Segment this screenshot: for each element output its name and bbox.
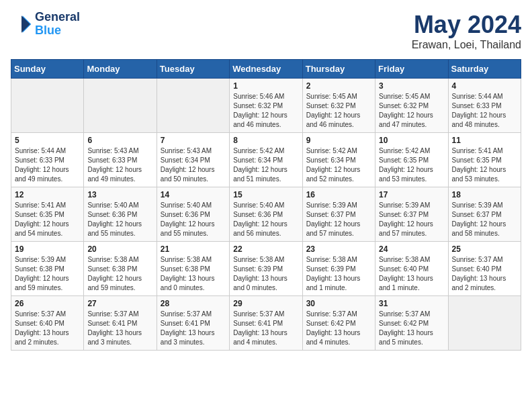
calendar-cell: 9Sunrise: 5:42 AM Sunset: 6:34 PM Daylig… bbox=[302, 133, 375, 187]
calendar-subtitle: Erawan, Loei, Thailand bbox=[412, 39, 521, 51]
calendar-cell: 11Sunrise: 5:41 AM Sunset: 6:35 PM Dayli… bbox=[448, 133, 521, 187]
day-number: 19 bbox=[15, 244, 80, 254]
header-day-sunday: Sunday bbox=[11, 60, 84, 79]
day-number: 16 bbox=[306, 190, 371, 199]
day-number: 30 bbox=[306, 299, 371, 308]
calendar-cell: 18Sunrise: 5:39 AM Sunset: 6:37 PM Dayli… bbox=[448, 187, 521, 242]
day-info: Sunrise: 5:38 AM Sunset: 6:38 PM Dayligh… bbox=[87, 255, 152, 293]
calendar-cell: 14Sunrise: 5:40 AM Sunset: 6:36 PM Dayli… bbox=[157, 187, 229, 242]
header-day-monday: Monday bbox=[84, 60, 157, 79]
day-info: Sunrise: 5:40 AM Sunset: 6:36 PM Dayligh… bbox=[233, 201, 298, 238]
day-number: 1 bbox=[233, 81, 298, 91]
day-info: Sunrise: 5:38 AM Sunset: 6:38 PM Dayligh… bbox=[161, 255, 226, 293]
calendar-cell: 2Sunrise: 5:45 AM Sunset: 6:32 PM Daylig… bbox=[302, 79, 375, 133]
day-number: 5 bbox=[15, 136, 80, 145]
day-number: 14 bbox=[161, 190, 226, 199]
calendar-cell: 23Sunrise: 5:38 AM Sunset: 6:39 PM Dayli… bbox=[302, 242, 375, 296]
calendar-cell: 15Sunrise: 5:40 AM Sunset: 6:36 PM Dayli… bbox=[230, 187, 302, 242]
day-info: Sunrise: 5:39 AM Sunset: 6:37 PM Dayligh… bbox=[452, 201, 517, 238]
header-day-tuesday: Tuesday bbox=[157, 60, 229, 79]
calendar-cell: 7Sunrise: 5:43 AM Sunset: 6:34 PM Daylig… bbox=[157, 133, 229, 187]
day-info: Sunrise: 5:37 AM Sunset: 6:40 PM Dayligh… bbox=[452, 255, 517, 293]
day-info: Sunrise: 5:41 AM Sunset: 6:35 PM Dayligh… bbox=[15, 201, 80, 238]
day-info: Sunrise: 5:44 AM Sunset: 6:33 PM Dayligh… bbox=[15, 146, 80, 184]
day-info: Sunrise: 5:43 AM Sunset: 6:34 PM Dayligh… bbox=[161, 146, 226, 184]
day-number: 6 bbox=[87, 136, 152, 145]
page-header: General Blue May 2024 Erawan, Loei, Thai… bbox=[11, 11, 521, 51]
calendar-cell: 19Sunrise: 5:39 AM Sunset: 6:38 PM Dayli… bbox=[11, 242, 84, 296]
day-info: Sunrise: 5:37 AM Sunset: 6:42 PM Dayligh… bbox=[306, 310, 371, 347]
calendar-cell: 20Sunrise: 5:38 AM Sunset: 6:38 PM Dayli… bbox=[84, 242, 157, 296]
day-info: Sunrise: 5:42 AM Sunset: 6:34 PM Dayligh… bbox=[233, 146, 298, 184]
day-number: 7 bbox=[161, 136, 226, 145]
logo-icon bbox=[11, 13, 32, 35]
day-number: 11 bbox=[452, 136, 517, 145]
day-number: 12 bbox=[15, 190, 80, 199]
calendar-cell: 28Sunrise: 5:37 AM Sunset: 6:41 PM Dayli… bbox=[157, 296, 229, 351]
calendar-cell: 4Sunrise: 5:44 AM Sunset: 6:33 PM Daylig… bbox=[448, 79, 521, 133]
day-info: Sunrise: 5:37 AM Sunset: 6:41 PM Dayligh… bbox=[87, 310, 152, 347]
week-row-4: 19Sunrise: 5:39 AM Sunset: 6:38 PM Dayli… bbox=[11, 242, 521, 296]
day-info: Sunrise: 5:45 AM Sunset: 6:32 PM Dayligh… bbox=[379, 92, 444, 130]
header-day-saturday: Saturday bbox=[448, 60, 521, 79]
header-day-wednesday: Wednesday bbox=[230, 60, 302, 79]
header-day-friday: Friday bbox=[375, 60, 448, 79]
calendar-cell: 24Sunrise: 5:38 AM Sunset: 6:40 PM Dayli… bbox=[375, 242, 448, 296]
day-info: Sunrise: 5:38 AM Sunset: 6:40 PM Dayligh… bbox=[379, 255, 444, 293]
day-info: Sunrise: 5:39 AM Sunset: 6:37 PM Dayligh… bbox=[379, 201, 444, 238]
week-row-2: 5Sunrise: 5:44 AM Sunset: 6:33 PM Daylig… bbox=[11, 133, 521, 187]
day-number: 9 bbox=[306, 136, 371, 145]
day-info: Sunrise: 5:38 AM Sunset: 6:39 PM Dayligh… bbox=[233, 255, 298, 293]
day-info: Sunrise: 5:39 AM Sunset: 6:38 PM Dayligh… bbox=[15, 255, 80, 293]
calendar-cell: 21Sunrise: 5:38 AM Sunset: 6:38 PM Dayli… bbox=[157, 242, 229, 296]
day-number: 17 bbox=[379, 190, 444, 199]
title-area: May 2024 Erawan, Loei, Thailand bbox=[412, 11, 521, 51]
day-number: 26 bbox=[15, 299, 80, 308]
day-info: Sunrise: 5:37 AM Sunset: 6:40 PM Dayligh… bbox=[15, 310, 80, 347]
day-info: Sunrise: 5:45 AM Sunset: 6:32 PM Dayligh… bbox=[306, 92, 371, 130]
day-info: Sunrise: 5:37 AM Sunset: 6:41 PM Dayligh… bbox=[161, 310, 226, 347]
day-number: 15 bbox=[233, 190, 298, 199]
day-number: 22 bbox=[233, 244, 298, 254]
calendar-header: SundayMondayTuesdayWednesdayThursdayFrid… bbox=[11, 60, 521, 79]
calendar-cell: 5Sunrise: 5:44 AM Sunset: 6:33 PM Daylig… bbox=[11, 133, 84, 187]
calendar-cell: 6Sunrise: 5:43 AM Sunset: 6:33 PM Daylig… bbox=[84, 133, 157, 187]
day-info: Sunrise: 5:38 AM Sunset: 6:39 PM Dayligh… bbox=[306, 255, 371, 293]
logo: General Blue bbox=[11, 11, 80, 38]
day-info: Sunrise: 5:41 AM Sunset: 6:35 PM Dayligh… bbox=[452, 146, 517, 184]
day-number: 21 bbox=[161, 244, 226, 254]
calendar-cell bbox=[11, 79, 84, 133]
day-number: 28 bbox=[161, 299, 226, 308]
day-number: 25 bbox=[452, 244, 517, 254]
calendar-cell: 25Sunrise: 5:37 AM Sunset: 6:40 PM Dayli… bbox=[448, 242, 521, 296]
day-number: 3 bbox=[379, 81, 444, 91]
day-number: 8 bbox=[233, 136, 298, 145]
calendar-cell: 8Sunrise: 5:42 AM Sunset: 6:34 PM Daylig… bbox=[230, 133, 302, 187]
calendar-cell: 29Sunrise: 5:37 AM Sunset: 6:41 PM Dayli… bbox=[230, 296, 302, 351]
calendar-cell: 10Sunrise: 5:42 AM Sunset: 6:35 PM Dayli… bbox=[375, 133, 448, 187]
day-info: Sunrise: 5:46 AM Sunset: 6:32 PM Dayligh… bbox=[233, 92, 298, 130]
calendar-cell: 12Sunrise: 5:41 AM Sunset: 6:35 PM Dayli… bbox=[11, 187, 84, 242]
calendar-table: SundayMondayTuesdayWednesdayThursdayFrid… bbox=[11, 59, 521, 351]
calendar-cell: 16Sunrise: 5:39 AM Sunset: 6:37 PM Dayli… bbox=[302, 187, 375, 242]
day-info: Sunrise: 5:42 AM Sunset: 6:34 PM Dayligh… bbox=[306, 146, 371, 184]
day-info: Sunrise: 5:40 AM Sunset: 6:36 PM Dayligh… bbox=[161, 201, 226, 238]
day-info: Sunrise: 5:44 AM Sunset: 6:33 PM Dayligh… bbox=[452, 92, 517, 130]
calendar-cell: 27Sunrise: 5:37 AM Sunset: 6:41 PM Dayli… bbox=[84, 296, 157, 351]
calendar-cell bbox=[157, 79, 229, 133]
header-day-thursday: Thursday bbox=[302, 60, 375, 79]
logo-text: General Blue bbox=[35, 11, 80, 38]
calendar-cell: 13Sunrise: 5:40 AM Sunset: 6:36 PM Dayli… bbox=[84, 187, 157, 242]
day-number: 24 bbox=[379, 244, 444, 254]
calendar-title: May 2024 bbox=[412, 11, 521, 39]
calendar-cell: 3Sunrise: 5:45 AM Sunset: 6:32 PM Daylig… bbox=[375, 79, 448, 133]
calendar-cell: 1Sunrise: 5:46 AM Sunset: 6:32 PM Daylig… bbox=[230, 79, 302, 133]
calendar-cell: 22Sunrise: 5:38 AM Sunset: 6:39 PM Dayli… bbox=[230, 242, 302, 296]
day-number: 18 bbox=[452, 190, 517, 199]
day-number: 13 bbox=[87, 190, 152, 199]
day-number: 2 bbox=[306, 81, 371, 91]
calendar-cell bbox=[84, 79, 157, 133]
day-info: Sunrise: 5:37 AM Sunset: 6:41 PM Dayligh… bbox=[233, 310, 298, 347]
day-number: 29 bbox=[233, 299, 298, 308]
day-number: 10 bbox=[379, 136, 444, 145]
